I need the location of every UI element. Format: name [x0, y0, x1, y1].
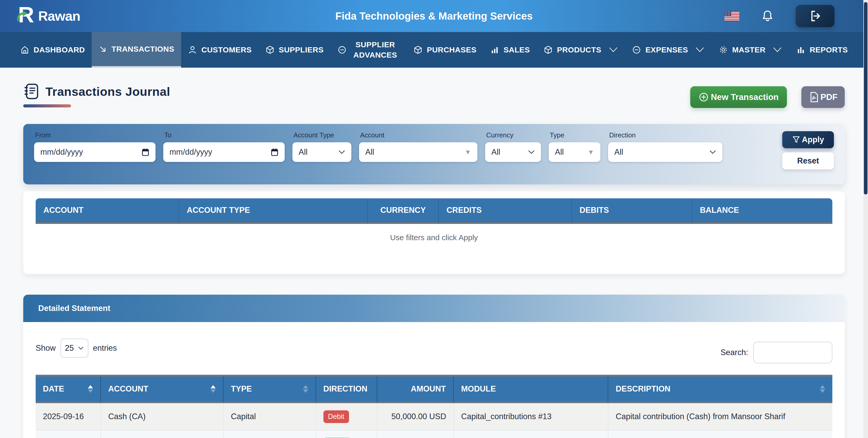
dropdown-triangle-icon: ▼	[587, 148, 594, 156]
summary-col-account-type[interactable]: ACCOUNT TYPE	[179, 198, 368, 224]
summary-col-account[interactable]: ACCOUNT	[36, 198, 179, 224]
table-row[interactable]: 2025-09-16 Cash (CA) Capital Credit 50,0…	[36, 431, 832, 438]
cell-date: 2025-09-16	[36, 431, 101, 438]
currency-select[interactable]: All	[485, 142, 541, 162]
nav-item-purchases[interactable]: PURCHASES	[407, 32, 483, 68]
col-amount[interactable]: AMOUNT	[377, 377, 454, 403]
person-icon	[188, 45, 197, 55]
nav-item-customers[interactable]: CUSTOMERS	[181, 32, 258, 68]
cell-direction: Credit	[316, 431, 377, 438]
page-head: Transactions Journal New Transaction PDF	[23, 83, 845, 108]
from-date-input[interactable]: mm/dd/yyyy	[34, 142, 156, 162]
cell-amount: 50,000.00 USD	[377, 403, 454, 431]
app-header: R Rawan Fida Technologies & Marketing Se…	[0, 0, 868, 32]
summary-col-debits[interactable]: DEBITS	[572, 198, 692, 224]
col-type[interactable]: TYPE	[224, 377, 316, 403]
cell-amount: 50,000.00 USD	[377, 431, 454, 438]
cell-date: 2025-09-16	[36, 403, 101, 431]
logout-button[interactable]	[796, 5, 834, 27]
pdf-file-icon	[809, 91, 819, 103]
sort-icon[interactable]	[88, 385, 93, 393]
circle-minus-icon	[632, 45, 641, 55]
package-icon	[265, 45, 275, 55]
col-date[interactable]: DATE	[36, 377, 101, 403]
rawan-logo-icon: R	[17, 5, 37, 27]
page-size-select[interactable]: 25	[60, 339, 88, 358]
col-module[interactable]: MODULE	[454, 377, 609, 403]
package-icon	[544, 45, 553, 55]
debit-badge: Debit	[323, 410, 349, 423]
page-title: Transactions Journal	[45, 85, 170, 99]
direction-label: Direction	[609, 131, 722, 139]
sort-icon[interactable]	[820, 385, 825, 393]
col-account[interactable]: ACCOUNT	[101, 377, 224, 403]
to-date-input[interactable]: mm/dd/yyyy	[163, 142, 285, 162]
summary-col-credits[interactable]: CREDITS	[439, 198, 572, 224]
chevron-down-icon	[608, 47, 618, 53]
bar-chart-icon	[490, 45, 499, 55]
currency-label: Currency	[486, 131, 541, 139]
col-description[interactable]: DESCRIPTION	[609, 377, 832, 403]
cell-account: Cash (CA)	[101, 403, 224, 431]
summary-empty-row: Use filters and click Apply	[36, 224, 832, 252]
nav-item-sales[interactable]: SALES	[483, 32, 536, 68]
sort-icon[interactable]	[303, 385, 308, 393]
notification-bell-icon[interactable]	[762, 9, 773, 23]
type-select[interactable]: All ▼	[549, 142, 600, 162]
main-nav: DASHBOARD TRANSACTIONS CUSTOMERS SUPPLIE…	[0, 32, 868, 68]
account-type-label: Account Type	[293, 131, 351, 139]
nav-item-suppliers[interactable]: SUPPLIERS	[258, 32, 331, 68]
chevron-down-icon	[772, 47, 782, 53]
scrollbar-track[interactable]	[863, 0, 868, 438]
cell-direction: Debit	[316, 403, 377, 431]
filter-bar: From mm/dd/yyyy To mm/dd/yyyy	[23, 124, 845, 184]
chevron-down-icon	[709, 150, 716, 154]
search-input[interactable]	[753, 342, 832, 363]
gear-icon	[719, 45, 728, 55]
nav-item-products[interactable]: PRODUCTS	[537, 32, 625, 68]
calendar-icon[interactable]	[142, 148, 149, 156]
sort-icon[interactable]	[211, 385, 216, 393]
transactions-table: DATE ACCOUNT TYPE	[36, 377, 832, 438]
bar-chart-icon	[796, 45, 805, 55]
calendar-icon[interactable]	[271, 148, 278, 156]
brand-logo[interactable]: R Rawan	[17, 5, 80, 27]
apply-filters-button[interactable]: Apply	[782, 131, 834, 148]
detailed-statement-card: Detailed Statement Show 25 entries Searc…	[23, 295, 845, 438]
cell-type: Capital	[224, 403, 316, 431]
nav-item-supplier-advances[interactable]: SUPPLIER ADVANCES	[331, 32, 407, 68]
circle-minus-icon	[337, 45, 347, 55]
search-label: Search:	[720, 348, 748, 357]
plus-circle-icon	[699, 92, 709, 102]
table-row[interactable]: 2025-09-16 Cash (CA) Capital Debit 50,00…	[36, 403, 832, 431]
account-select[interactable]: All ▼	[359, 142, 477, 162]
nav-item-transactions[interactable]: TRANSACTIONS	[92, 32, 181, 68]
nav-item-dashboard[interactable]: DASHBOARD	[13, 32, 92, 68]
chevron-down-icon	[338, 150, 345, 154]
col-direction[interactable]: DIRECTION	[316, 377, 377, 403]
nav-item-master[interactable]: MASTER	[712, 32, 789, 68]
logo-arrow-icon	[15, 8, 32, 24]
chevron-down-icon	[78, 346, 84, 350]
home-icon	[20, 45, 29, 55]
summary-col-currency[interactable]: CURRENCY	[368, 198, 439, 224]
empty-state-message: Use filters and click Apply	[36, 224, 832, 252]
scrollbar-thumb[interactable]	[864, 2, 867, 194]
cell-account: Cash (CA)	[101, 431, 224, 438]
cell-description: Capital contribution (Cash) from Mansoor…	[609, 403, 832, 431]
company-title: Fida Technologies & Marketing Services	[335, 10, 533, 22]
arrow-down-right-icon	[98, 45, 107, 54]
direction-select[interactable]: All	[608, 142, 722, 162]
account-type-select[interactable]: All	[292, 142, 351, 162]
account-label: Account	[360, 131, 477, 139]
reset-filters-button[interactable]: Reset	[782, 152, 834, 169]
nav-item-reports[interactable]: REPORTS	[789, 32, 855, 68]
summary-col-balance[interactable]: BALANCE	[692, 198, 832, 224]
language-flag-us-icon[interactable]	[724, 11, 739, 21]
pdf-export-button[interactable]: PDF	[801, 86, 845, 108]
chevron-down-icon	[528, 150, 535, 154]
nav-item-expenses[interactable]: EXPENSES	[625, 32, 712, 68]
cell-module: Capital_contributions #13	[454, 403, 609, 431]
new-transaction-button[interactable]: New Transaction	[690, 86, 787, 108]
package-icon	[413, 45, 423, 55]
